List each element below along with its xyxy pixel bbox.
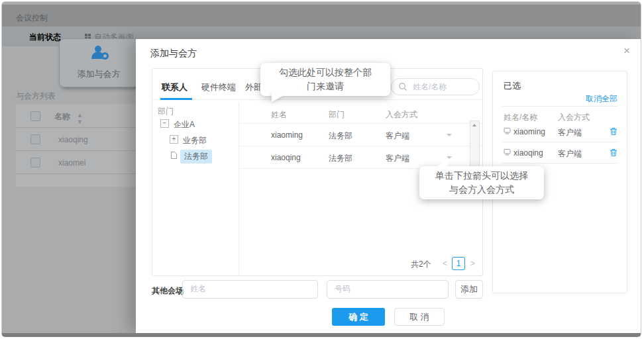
close-icon[interactable]: × [623, 44, 630, 58]
participant-name: xiaomei [58, 158, 85, 168]
tooltip-text: 门来邀请 [307, 81, 344, 91]
member-method: 客户端 [386, 153, 409, 164]
delete-icon[interactable] [610, 148, 617, 157]
member-name: xiaoqing [271, 153, 301, 162]
pagination-next[interactable]: > [470, 259, 475, 268]
delete-icon[interactable] [610, 127, 617, 136]
page-title: 会议控制 [16, 13, 48, 24]
table-header-method: 入会方式 [386, 109, 417, 121]
member-method: 客户端 [386, 130, 409, 142]
scroll-up-icon[interactable] [472, 124, 476, 126]
search-icon [398, 82, 407, 91]
pagination-prev[interactable]: < [443, 259, 447, 268]
other-venue-label: 其他会场 [152, 285, 184, 297]
selected-header-name: 姓名/名称 [504, 112, 537, 123]
table-header-dept: 部门 [329, 109, 345, 121]
name-column-header[interactable]: 名称 [54, 111, 70, 122]
selected-header-method: 入会方式 [558, 112, 590, 123]
member-name: xiaoming [271, 130, 303, 140]
clear-all-link[interactable]: 取消全部 [586, 93, 617, 105]
row-checkbox[interactable] [30, 158, 40, 168]
table-header-name: 姓名 [271, 109, 287, 121]
add-participant-card[interactable]: 添加与会方 [59, 38, 138, 87]
active-tab-indicator [160, 98, 192, 100]
tab-hardware-terminals[interactable]: 硬件终端 [201, 81, 236, 93]
add-person-icon [91, 46, 108, 60]
tree-node-enterprise[interactable]: 企业A [174, 119, 195, 130]
checkbox-tooltip: 勾选此处可以按整个部 门来邀请 [260, 63, 390, 96]
divider [502, 163, 617, 164]
tooltip-pointer [435, 158, 450, 170]
tree-node-business-dept[interactable]: 业务部 [183, 135, 207, 146]
collapse-icon[interactable]: − [160, 119, 169, 128]
tree-node-legal-dept[interactable]: 法务部 [180, 150, 212, 164]
panel-divider [239, 102, 239, 275]
cancel-button[interactable]: 取 消 [394, 308, 445, 326]
meeting-control-titlebar: 会议控制 [2, 5, 641, 26]
tab-contacts[interactable]: 联系人 [162, 81, 188, 93]
selected-method: 客户端 [558, 127, 582, 138]
dropdown-tooltip: 单击下拉箭头可以选择 与会方入会方式 [419, 166, 544, 199]
other-venue-name-field[interactable] [182, 280, 318, 299]
divider [502, 142, 617, 142]
method-dropdown-icon[interactable] [447, 156, 452, 159]
add-other-venue-button[interactable]: 添加 [455, 280, 483, 299]
document-icon [170, 151, 178, 160]
member-dept: 法务部 [329, 130, 352, 142]
confirm-button[interactable]: 确 定 [332, 308, 385, 326]
participant-list-table: 名称 ▲▼ xiaoqing xiaomei [16, 104, 142, 187]
search-input[interactable] [411, 80, 475, 93]
tooltip-text: 单击下拉箭头可以选择 [435, 170, 528, 181]
row-checkbox[interactable] [30, 134, 40, 144]
pagination-page[interactable]: 1 [452, 257, 465, 270]
dialog-title: 添加与会方 [150, 48, 197, 60]
selected-name: xiaoqing [513, 148, 543, 158]
pagination-total: 共2个 [411, 259, 431, 270]
member-dept: 法务部 [329, 153, 352, 164]
tooltip-text: 勾选此处可以按整个部 [279, 67, 372, 77]
other-venue-number-field[interactable] [327, 280, 449, 299]
participant-name: xiaoqing [58, 135, 88, 144]
method-dropdown-icon[interactable] [447, 134, 452, 136]
selected-title: 已选 [504, 80, 521, 92]
tooltip-text: 与会方入会方式 [449, 184, 514, 195]
add-participant-dialog: 添加与会方 × 联系人 硬件终端 外部联系人 部门 − 企业A + 业务部 [136, 39, 641, 333]
terminal-icon [504, 127, 511, 134]
divider [502, 106, 617, 107]
terminal-icon [504, 148, 511, 156]
add-participant-card-label: 添加与会方 [60, 68, 138, 80]
participant-list-title: 与会方列表 [16, 91, 56, 102]
other-venue-number-input[interactable] [333, 283, 444, 294]
select-all-checkbox[interactable] [30, 111, 40, 121]
other-venue-name-input[interactable] [189, 283, 313, 294]
selected-method: 客户端 [558, 148, 582, 160]
tab-divider [152, 99, 482, 100]
sort-icon[interactable]: ▲▼ [77, 112, 82, 125]
search-box[interactable] [391, 78, 480, 95]
current-status-label: 当前状态 [29, 32, 61, 43]
expand-icon[interactable]: + [170, 135, 178, 144]
department-tree-title: 部门 [158, 106, 174, 117]
selected-name: xiaoming [513, 127, 545, 136]
app-window: 会议控制 当前状态 自动多画面 添加与会方 与会方列表 名称 ▲▼ xiaoqi… [1, 1, 641, 337]
